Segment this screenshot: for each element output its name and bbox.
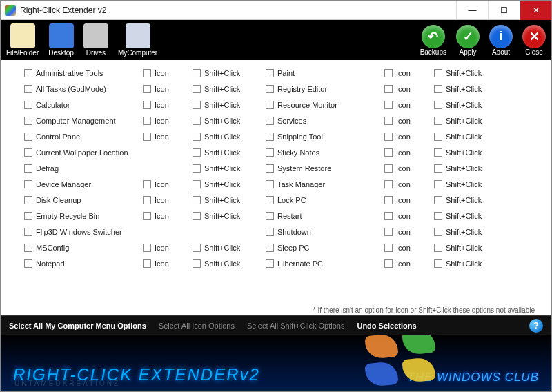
option-checkbox[interactable] <box>24 212 32 220</box>
option-row[interactable]: Restart <box>263 210 373 222</box>
option-row[interactable]: Current Wallpaper Location <box>21 146 132 159</box>
shiftclick-checkbox[interactable] <box>434 117 442 125</box>
icon-option[interactable]: Icon <box>382 162 423 175</box>
icon-option[interactable]: Icon <box>140 99 181 111</box>
option-checkbox[interactable] <box>266 212 274 220</box>
icon-option[interactable]: Icon <box>382 226 423 238</box>
shiftclick-option[interactable]: Shift+Click <box>431 115 484 127</box>
option-row[interactable]: Snipping Tool <box>263 130 373 143</box>
shiftclick-checkbox[interactable] <box>193 259 201 268</box>
option-checkbox[interactable] <box>266 148 274 157</box>
shiftclick-checkbox[interactable] <box>193 180 201 188</box>
option-row[interactable]: Sleep PC <box>263 242 373 254</box>
shiftclick-checkbox[interactable] <box>434 85 442 93</box>
icon-option[interactable]: Icon <box>382 67 423 79</box>
icon-option[interactable]: Icon <box>140 257 181 270</box>
icon-checkbox[interactable] <box>384 133 393 141</box>
shiftclick-checkbox[interactable] <box>434 259 442 268</box>
option-checkbox[interactable] <box>24 69 32 77</box>
option-row[interactable]: Resource Monitor <box>263 99 373 111</box>
shiftclick-checkbox[interactable] <box>193 133 201 141</box>
shiftclick-checkbox[interactable] <box>434 196 442 204</box>
shiftclick-checkbox[interactable] <box>193 196 201 204</box>
footer-action[interactable]: Select All My Computer Menu Options <box>9 322 146 330</box>
shiftclick-option[interactable]: Shift+Click <box>190 115 242 127</box>
shiftclick-checkbox[interactable] <box>193 212 201 220</box>
shiftclick-checkbox[interactable] <box>434 164 442 173</box>
option-checkbox[interactable] <box>266 117 274 125</box>
maximize-button[interactable]: ☐ <box>488 1 520 20</box>
option-checkbox[interactable] <box>24 196 32 204</box>
option-checkbox[interactable] <box>24 101 32 109</box>
shiftclick-option[interactable]: Shift+Click <box>431 178 484 190</box>
option-row[interactable]: Flip3D Windows Switcher <box>21 226 132 238</box>
icon-checkbox[interactable] <box>143 133 151 141</box>
icon-checkbox[interactable] <box>143 196 151 204</box>
shiftclick-option[interactable]: Shift+Click <box>190 162 242 175</box>
icon-option[interactable]: Icon <box>382 242 423 254</box>
shiftclick-checkbox[interactable] <box>434 69 442 77</box>
icon-checkbox[interactable] <box>384 164 393 173</box>
icon-checkbox[interactable] <box>384 69 393 77</box>
icon-checkbox[interactable] <box>143 117 151 125</box>
shiftclick-option[interactable]: Shift+Click <box>190 257 242 270</box>
icon-option[interactable]: Icon <box>382 146 423 159</box>
option-checkbox[interactable] <box>266 244 274 252</box>
option-checkbox[interactable] <box>24 85 32 93</box>
icon-checkbox[interactable] <box>384 148 393 157</box>
icon-option[interactable]: Icon <box>382 115 423 127</box>
option-row[interactable]: MSConfig <box>21 242 132 254</box>
shiftclick-option[interactable]: Shift+Click <box>431 83 484 95</box>
shiftclick-checkbox[interactable] <box>193 101 201 109</box>
shiftclick-option[interactable]: Shift+Click <box>190 178 242 190</box>
option-checkbox[interactable] <box>266 196 274 204</box>
icon-option[interactable]: Icon <box>382 178 423 190</box>
icon-option[interactable]: Icon <box>140 178 181 190</box>
shiftclick-checkbox[interactable] <box>434 180 442 188</box>
help-button[interactable]: ? <box>529 319 543 333</box>
option-row[interactable]: System Restore <box>263 162 373 175</box>
shiftclick-checkbox[interactable] <box>193 69 201 77</box>
icon-option[interactable]: Icon <box>140 83 181 95</box>
shiftclick-option[interactable]: Shift+Click <box>431 226 484 238</box>
icon-checkbox[interactable] <box>143 69 151 77</box>
option-row[interactable]: Services <box>263 115 373 127</box>
icon-checkbox[interactable] <box>143 244 151 252</box>
option-row[interactable]: Lock PC <box>263 194 373 206</box>
option-row[interactable]: Registry Editor <box>263 83 373 95</box>
option-row[interactable]: Sticky Notes <box>263 146 373 159</box>
shiftclick-option[interactable]: Shift+Click <box>431 130 484 143</box>
shiftclick-option[interactable]: Shift+Click <box>431 67 484 79</box>
icon-checkbox[interactable] <box>143 101 151 109</box>
toolbar-backups-button[interactable]: ↶Backups <box>420 25 446 56</box>
option-row[interactable]: Control Panel <box>21 130 132 143</box>
toolbar-about-button[interactable]: iAbout <box>489 25 513 56</box>
minimize-button[interactable]: — <box>456 1 488 20</box>
icon-checkbox[interactable] <box>143 180 151 188</box>
option-checkbox[interactable] <box>24 180 32 188</box>
icon-checkbox[interactable] <box>143 212 151 220</box>
footer-action[interactable]: Undo Selections <box>357 322 416 330</box>
icon-checkbox[interactable] <box>143 259 151 268</box>
toolbar-desktop-button[interactable]: Desktop <box>48 23 74 57</box>
icon-option[interactable]: Icon <box>140 194 181 206</box>
icon-checkbox[interactable] <box>384 196 393 204</box>
shiftclick-checkbox[interactable] <box>193 244 201 252</box>
icon-option[interactable]: Icon <box>382 210 423 222</box>
option-checkbox[interactable] <box>266 101 274 109</box>
shiftclick-option[interactable]: Shift+Click <box>190 210 242 222</box>
shiftclick-option[interactable]: Shift+Click <box>431 146 484 159</box>
toolbar-apply-button[interactable]: ✓Apply <box>456 25 480 56</box>
shiftclick-option[interactable]: Shift+Click <box>431 257 484 270</box>
option-checkbox[interactable] <box>24 148 32 157</box>
shiftclick-checkbox[interactable] <box>193 164 201 173</box>
option-checkbox[interactable] <box>266 133 274 141</box>
icon-checkbox[interactable] <box>384 212 393 220</box>
option-row[interactable]: Hibernate PC <box>263 257 373 270</box>
option-row[interactable]: Notepad <box>21 257 132 270</box>
shiftclick-checkbox[interactable] <box>434 244 442 252</box>
shiftclick-option[interactable]: Shift+Click <box>431 210 484 222</box>
shiftclick-option[interactable]: Shift+Click <box>190 146 242 159</box>
option-checkbox[interactable] <box>266 164 274 173</box>
toolbar-mycomputer-button[interactable]: MyComputer <box>118 23 157 57</box>
